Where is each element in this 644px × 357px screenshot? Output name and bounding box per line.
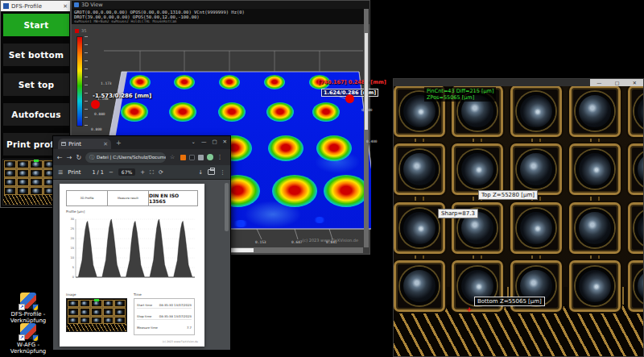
uac-shield-icon xyxy=(32,304,39,311)
desktop-shortcut-dfs-profile[interactable]: ↗ DFS-Profile - Verknüpfung xyxy=(5,292,52,324)
app-icon: ↗ xyxy=(19,322,37,340)
status-readout: GROT(0.00,0.00,0.00) OPOS(0.00,0.00,1310… xyxy=(72,9,369,24)
profile-axis-label: Profile [µm] xyxy=(66,210,198,214)
tab-print[interactable]: Print ✕ xyxy=(58,139,111,149)
extension-icon[interactable] xyxy=(180,155,186,160)
browser-menu-icon[interactable]: ⋮ xyxy=(217,154,222,160)
mini-pad xyxy=(91,317,102,324)
solder-pad xyxy=(628,260,643,312)
maximize-icon[interactable]: ▢ xyxy=(615,80,620,85)
mini-pad xyxy=(17,187,29,195)
mouse-help-line: swMouse1 MB+Num2 swMouse2 HoldLCTRL Mous… xyxy=(74,19,367,23)
solder-ball xyxy=(517,150,555,189)
mini-pad xyxy=(103,317,114,324)
set-bottom-button[interactable]: Set bottom xyxy=(3,44,69,66)
mini-pad xyxy=(4,187,16,195)
maximize-icon[interactable]: ▢ xyxy=(212,139,217,145)
time-row-label: Start time xyxy=(137,303,152,307)
pin-count-readout: PinCnt=43 Diff=215 [µm] xyxy=(427,88,493,94)
svg-text:30: 30 xyxy=(71,218,74,221)
title-bar[interactable]: 3D View xyxy=(72,1,369,9)
close-icon[interactable]: ✕ xyxy=(223,139,227,145)
mini-pad xyxy=(17,178,29,186)
tab-close-icon[interactable]: ✕ xyxy=(103,141,108,147)
mini-pad xyxy=(114,317,126,324)
print-icon[interactable] xyxy=(208,169,215,175)
solder-pad xyxy=(510,202,562,254)
surface-artifact xyxy=(313,217,326,223)
time-section-label: Time xyxy=(134,293,195,297)
icon-label: W-AFG - xyxy=(5,342,52,348)
solder-ball xyxy=(517,92,555,131)
rotate-icon[interactable]: ⟳ xyxy=(159,169,163,176)
tab-search-icon[interactable]: ⌄ xyxy=(191,139,195,145)
solder-pad xyxy=(510,86,562,137)
solder-ball xyxy=(400,150,439,189)
desktop-shortcut-w-afg[interactable]: ↗ W-AFG - Verknüpfung xyxy=(5,322,52,355)
download-icon[interactable]: ↓ xyxy=(198,169,203,176)
title-bar[interactable]: DFS-Profile ✕ xyxy=(1,1,70,11)
zoom-out-button[interactable]: − xyxy=(109,169,114,176)
solder-pad xyxy=(394,143,445,195)
solder-pad xyxy=(510,143,562,195)
set-top-button[interactable]: Set top xyxy=(3,73,69,96)
bookmark-star-icon[interactable]: ☆ xyxy=(170,154,175,160)
icon-label: Verknüpfung xyxy=(5,348,52,355)
window-title: DFS-Profile xyxy=(11,3,60,10)
svg-text:0: 0 xyxy=(72,276,74,279)
mini-pad xyxy=(68,317,79,324)
axis-tick-label: 0.800 xyxy=(91,127,102,131)
mini-pad xyxy=(30,187,42,195)
height-bump xyxy=(312,102,340,122)
title-bar[interactable]: — ▢ ✕ xyxy=(394,79,643,86)
mini-pad xyxy=(80,300,91,307)
zoom-level[interactable]: 67% xyxy=(118,168,135,176)
minimize-icon[interactable]: — xyxy=(597,80,601,85)
profile-chart: 051015202530 xyxy=(66,214,198,285)
address-bar[interactable]: ⓘ Datei | C:/Users/Schulz/Documents/My..… xyxy=(85,152,166,163)
surface-artifact xyxy=(233,220,249,227)
record-indicator: 35 xyxy=(75,28,86,33)
reload-icon[interactable]: ↻ xyxy=(76,154,81,161)
back-icon[interactable]: ← xyxy=(57,154,63,161)
autofocus-button[interactable]: Autofocus xyxy=(3,103,69,126)
vertical-scrollbar[interactable] xyxy=(364,9,369,247)
top-z-label: Top Z=55280 [µm] xyxy=(478,190,538,200)
close-icon[interactable]: ✕ xyxy=(63,3,68,10)
height-colorbar xyxy=(76,36,83,127)
window-title: 3D View xyxy=(81,2,103,8)
zoom-in-button[interactable]: + xyxy=(140,169,145,176)
colorbar-ticks xyxy=(85,36,89,127)
mini-pad xyxy=(17,169,29,177)
url-text: Datei | C:/Users/Schulz/Documents/My... xyxy=(97,155,166,160)
document-area[interactable]: 3D-Profile Measure result DIN EN ISO 135… xyxy=(53,180,230,350)
mini-pad xyxy=(30,178,42,186)
menu-icon[interactable]: ☰ xyxy=(58,169,63,176)
forward-icon[interactable]: → xyxy=(67,154,72,161)
fit-page-icon[interactable]: ⛶ xyxy=(150,169,154,176)
uac-shield-icon xyxy=(32,334,39,342)
extension-icon[interactable] xyxy=(189,155,195,160)
report-image-thumbnail xyxy=(66,298,127,332)
minimize-icon[interactable]: — xyxy=(201,139,207,145)
marker-dot-left[interactable] xyxy=(91,100,100,109)
height-readout-label: [740.167] 0.2480 [mm] xyxy=(318,79,386,85)
shortcut-arrow-icon: ↗ xyxy=(19,334,25,341)
mini-pad xyxy=(30,169,42,177)
print-browser-window: Print ✕ + ⌄ — ▢ ✕ ← → ↻ ⓘ Datei | C:/Use… xyxy=(52,135,231,351)
solder-pad xyxy=(569,143,621,195)
profile-avatar[interactable] xyxy=(207,154,213,160)
extension-icon[interactable] xyxy=(198,155,204,160)
close-icon[interactable]: ✕ xyxy=(633,80,637,85)
marker-dot-right[interactable] xyxy=(345,94,354,103)
more-icon[interactable]: ⋮ xyxy=(220,169,225,176)
mini-pad xyxy=(80,308,91,315)
camera-image[interactable] xyxy=(394,86,643,356)
start-button[interactable]: Start xyxy=(3,14,69,36)
document-scrollbar[interactable] xyxy=(225,183,229,231)
new-tab-button[interactable]: + xyxy=(116,139,122,147)
axis-tick-label: 1.108 xyxy=(97,97,109,101)
header-cell-standard: DIN EN ISO 13565 xyxy=(149,191,197,205)
time-row-label: Stop time xyxy=(137,314,151,318)
solder-pad xyxy=(569,86,621,137)
